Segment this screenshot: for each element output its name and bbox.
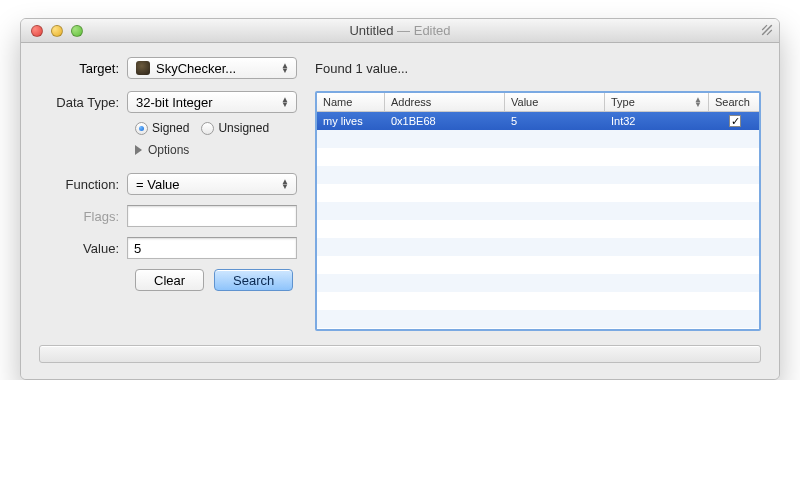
window-title: Untitled — Edited xyxy=(21,23,779,38)
table-header: Name Address Value Type▲▼ Search xyxy=(317,93,759,112)
radio-dot-icon xyxy=(201,122,214,135)
titlebar: Untitled — Edited xyxy=(21,19,779,43)
chevron-updown-icon: ▲▼ xyxy=(278,63,292,73)
datatype-value: 32-bit Integer xyxy=(136,95,213,110)
flags-input xyxy=(127,205,297,227)
datatype-label: Data Type: xyxy=(39,95,127,110)
minimize-icon[interactable] xyxy=(51,25,63,37)
chevron-updown-icon: ▲▼ xyxy=(694,97,702,107)
search-button[interactable]: Search xyxy=(214,269,293,291)
value-input[interactable] xyxy=(127,237,297,259)
signed-radio[interactable]: Signed xyxy=(135,121,189,135)
target-value: SkyChecker... xyxy=(156,61,236,76)
sign-radios: Signed Unsigned xyxy=(135,121,297,135)
table-row[interactable]: my lives 0x1BE68 5 Int32 ✓ xyxy=(317,112,759,130)
options-disclosure[interactable]: Options xyxy=(135,143,297,157)
col-name[interactable]: Name xyxy=(317,93,385,111)
form-panel: Data Type: 32-bit Integer ▲▼ Signed Unsi… xyxy=(39,91,297,331)
disclosure-triangle-icon xyxy=(135,145,142,155)
function-label: Function: xyxy=(39,177,127,192)
search-checkbox[interactable]: ✓ xyxy=(729,115,741,127)
cell-type: Int32 xyxy=(605,115,709,127)
chevron-updown-icon: ▲▼ xyxy=(278,179,292,189)
table-body[interactable]: my lives 0x1BE68 5 Int32 ✓ xyxy=(317,112,759,329)
value-label: Value: xyxy=(39,241,127,256)
function-select[interactable]: = Value ▲▼ xyxy=(127,173,297,195)
cell-search: ✓ xyxy=(709,115,759,127)
radio-dot-icon xyxy=(135,122,148,135)
chevron-updown-icon: ▲▼ xyxy=(278,97,292,107)
datatype-select[interactable]: 32-bit Integer ▲▼ xyxy=(127,91,297,113)
cell-value: 5 xyxy=(505,115,605,127)
flags-label: Flags: xyxy=(39,209,127,224)
target-app-icon xyxy=(136,61,150,75)
function-value: = Value xyxy=(136,177,180,192)
results-table: Name Address Value Type▲▼ Search my live… xyxy=(315,91,761,331)
col-search[interactable]: Search xyxy=(709,93,759,111)
title-edited: — Edited xyxy=(393,23,450,38)
fullscreen-icon[interactable] xyxy=(761,24,773,36)
results-panel: Name Address Value Type▲▼ Search my live… xyxy=(315,91,761,331)
found-text: Found 1 value... xyxy=(315,61,408,76)
status-bar xyxy=(39,345,761,363)
cell-address: 0x1BE68 xyxy=(385,115,505,127)
signed-label: Signed xyxy=(152,121,189,135)
title-text: Untitled xyxy=(349,23,393,38)
close-icon[interactable] xyxy=(31,25,43,37)
col-value[interactable]: Value xyxy=(505,93,605,111)
main-row: Data Type: 32-bit Integer ▲▼ Signed Unsi… xyxy=(39,91,761,331)
target-label: Target: xyxy=(39,61,127,76)
options-label: Options xyxy=(148,143,189,157)
content: Target: SkyChecker... ▲▼ Found 1 value..… xyxy=(21,43,779,379)
col-address[interactable]: Address xyxy=(385,93,505,111)
cell-name: my lives xyxy=(317,115,385,127)
unsigned-radio[interactable]: Unsigned xyxy=(201,121,269,135)
app-window: Untitled — Edited Target: SkyChecker... … xyxy=(20,18,780,380)
zoom-icon[interactable] xyxy=(71,25,83,37)
top-row: Target: SkyChecker... ▲▼ Found 1 value..… xyxy=(39,57,761,79)
target-select[interactable]: SkyChecker... ▲▼ xyxy=(127,57,297,79)
col-type[interactable]: Type▲▼ xyxy=(605,93,709,111)
clear-button[interactable]: Clear xyxy=(135,269,204,291)
unsigned-label: Unsigned xyxy=(218,121,269,135)
traffic-lights xyxy=(31,25,83,37)
